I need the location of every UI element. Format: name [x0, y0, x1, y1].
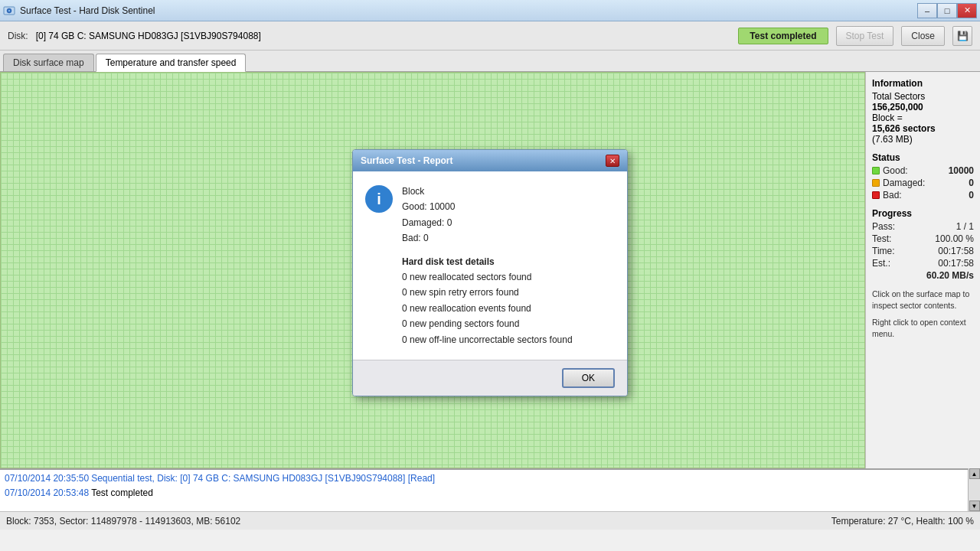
modal-overlay: Surface Test - Report ✕ i Block Good: 10… [0, 0, 980, 551]
dialog-title-bar: Surface Test - Report ✕ [353, 150, 627, 171]
detail-5: 0 new off-line uncorrectable sectors fou… [402, 332, 615, 347]
ok-button[interactable]: OK [562, 368, 615, 388]
dialog-body: i Block Good: 10000 Damaged: 0 Bad: 0 Ha… [353, 171, 627, 360]
dialog-icon-row: i Block Good: 10000 Damaged: 0 Bad: 0 Ha… [365, 184, 615, 347]
detail-4: 0 new pending sectors found [402, 316, 615, 331]
block-label: Block [402, 184, 615, 199]
dialog-title: Surface Test - Report [361, 155, 452, 166]
detail-3: 0 new reallocation events found [402, 301, 615, 316]
dialog-content: Block Good: 10000 Damaged: 0 Bad: 0 Hard… [402, 184, 615, 347]
dialog-footer: OK [353, 360, 627, 396]
detail-2: 0 new spin retry errors found [402, 285, 615, 300]
details-title: Hard disk test details [402, 254, 615, 269]
bad-text: Bad: 0 [402, 230, 615, 246]
report-dialog: Surface Test - Report ✕ i Block Good: 10… [352, 149, 628, 396]
dialog-close-button[interactable]: ✕ [606, 155, 619, 167]
detail-1: 0 new reallocated sectors found [402, 269, 615, 285]
info-icon: i [365, 185, 393, 213]
damaged-text: Damaged: 0 [402, 215, 615, 230]
good-text: Good: 10000 [402, 199, 615, 214]
